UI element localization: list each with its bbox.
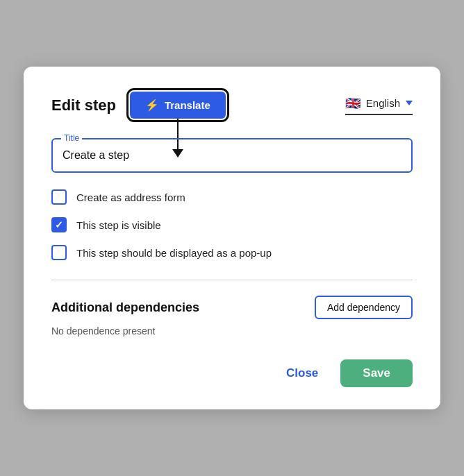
checkbox-popup[interactable]: [51, 245, 67, 260]
close-button[interactable]: Close: [275, 359, 329, 387]
section-divider: [51, 280, 413, 280]
title-input[interactable]: [63, 149, 401, 162]
modal-footer: Close Save: [51, 359, 413, 387]
translate-button[interactable]: ⚡ Translate: [130, 92, 226, 119]
language-selector[interactable]: 🇬🇧 English: [345, 96, 413, 115]
title-field-group: Title: [51, 138, 413, 173]
title-field-label: Title: [61, 133, 82, 143]
dependencies-header: Additional dependencies Add dependency: [51, 296, 413, 319]
chevron-down-icon: [406, 101, 413, 105]
checkbox-item-popup[interactable]: This step should be displayed as a pop-u…: [51, 245, 413, 260]
no-dependence-text: No dependence present: [51, 325, 155, 337]
save-button[interactable]: Save: [340, 359, 413, 387]
check-icon: ✓: [55, 220, 63, 230]
checkbox-address-form[interactable]: [51, 189, 67, 205]
checkbox-label-popup: This step should be displayed as a pop-u…: [76, 247, 272, 259]
checkbox-item-step-visible[interactable]: ✓ This step is visible: [51, 217, 413, 232]
checkbox-item-address-form[interactable]: Create as address form: [51, 189, 413, 205]
modal-header: Edit step ⚡ Translate 🇬🇧 English: [51, 92, 413, 119]
edit-step-modal: Edit step ⚡ Translate 🇬🇧 English Title: [24, 67, 440, 409]
add-dependency-button[interactable]: Add dependency: [315, 296, 413, 319]
translate-btn-label: Translate: [165, 99, 210, 111]
checkbox-label-address-form: Create as address form: [76, 192, 185, 203]
checkbox-list: Create as address form ✓ This step is vi…: [51, 189, 413, 260]
checkbox-label-step-visible: This step is visible: [76, 219, 161, 231]
flag-icon: 🇬🇧: [345, 96, 361, 111]
translate-icon: ⚡: [145, 99, 159, 112]
title-field-wrapper: Title: [51, 138, 413, 173]
dependencies-section: Additional dependencies Add dependency N…: [51, 296, 413, 337]
checkbox-step-visible[interactable]: ✓: [51, 217, 67, 232]
language-label: English: [366, 97, 400, 109]
translate-btn-wrapper: ⚡ Translate: [130, 92, 226, 119]
modal-title: Edit step: [51, 96, 116, 114]
dependencies-title: Additional dependencies: [51, 300, 199, 315]
